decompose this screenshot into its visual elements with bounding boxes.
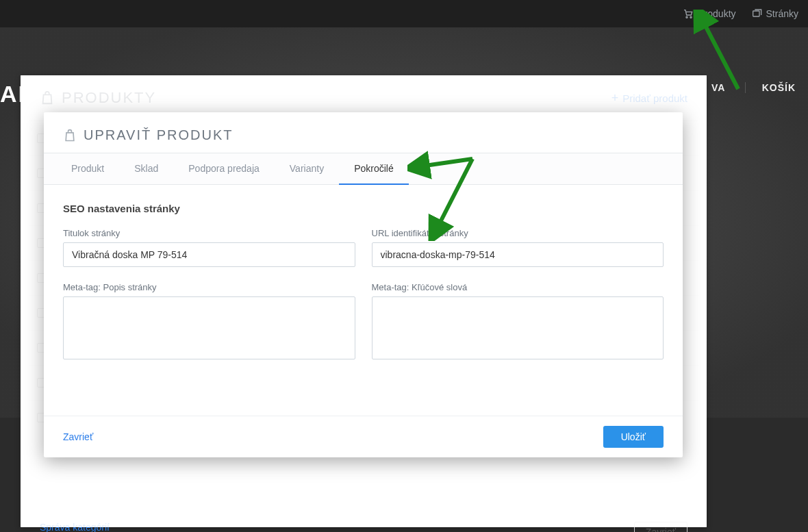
save-button[interactable]: Uložiť: [603, 426, 664, 448]
page-title-label: Titulok stránky: [63, 228, 355, 238]
meta-desc-input[interactable]: [63, 296, 355, 359]
topbar-item-products[interactable]: Produkty: [683, 8, 735, 19]
field-page-title: Titulok stránky: [63, 228, 355, 267]
edit-product-modal: UPRAVIŤ PRODUKT Produkt Sklad Podpora pr…: [44, 112, 683, 457]
pages-icon: [751, 8, 762, 19]
modal-header: UPRAVIŤ PRODUKT: [44, 112, 683, 153]
tab-sales-support[interactable]: Podpora predaja: [173, 153, 275, 184]
page-title-input[interactable]: [63, 242, 355, 267]
form-row-1: Titulok stránky URL identifikátor stránk…: [63, 228, 664, 267]
modal-body: SEO nastavenia stránky Titulok stránky U…: [44, 185, 683, 416]
form-row-2: Meta-tag: Popis stránky Meta-tag: Kľúčov…: [63, 282, 664, 359]
field-meta-keywords: Meta-tag: Kľúčové slová: [372, 282, 664, 359]
url-id-label: URL identifikátor stránky: [372, 228, 664, 238]
modal-tabs: Produkt Sklad Podpora predaja Varianty P…: [44, 153, 683, 185]
tab-advanced[interactable]: Pokročilé: [339, 153, 409, 185]
hero-nav-2[interactable]: KOŠÍK: [745, 82, 796, 93]
meta-keywords-input[interactable]: [372, 296, 664, 359]
meta-keywords-label: Meta-tag: Kľúčové slová: [372, 282, 664, 292]
meta-desc-label: Meta-tag: Popis stránky: [63, 282, 355, 292]
field-meta-desc: Meta-tag: Popis stránky: [63, 282, 355, 359]
modal-title: UPRAVIŤ PRODUKT: [84, 127, 233, 143]
tab-stock[interactable]: Sklad: [119, 153, 173, 184]
cart-icon: [683, 8, 694, 19]
bag-icon: [63, 129, 77, 142]
svg-point-0: [686, 16, 687, 18]
url-id-input[interactable]: [372, 242, 664, 267]
admin-topbar: Produkty Stránky: [0, 0, 808, 27]
svg-rect-2: [753, 11, 759, 16]
topbar-pages-label: Stránky: [766, 8, 798, 19]
seo-section-title: SEO nastavenia stránky: [63, 203, 664, 214]
tab-variants[interactable]: Varianty: [275, 153, 339, 184]
field-url-id: URL identifikátor stránky: [372, 228, 664, 267]
modal-footer: Zavrieť Uložiť: [44, 416, 683, 457]
tab-product[interactable]: Produkt: [56, 153, 119, 184]
svg-point-1: [690, 16, 692, 18]
modal-close-link[interactable]: Zavrieť: [63, 431, 93, 442]
topbar-products-label: Produkty: [698, 8, 735, 19]
topbar-item-pages[interactable]: Stránky: [751, 8, 798, 19]
